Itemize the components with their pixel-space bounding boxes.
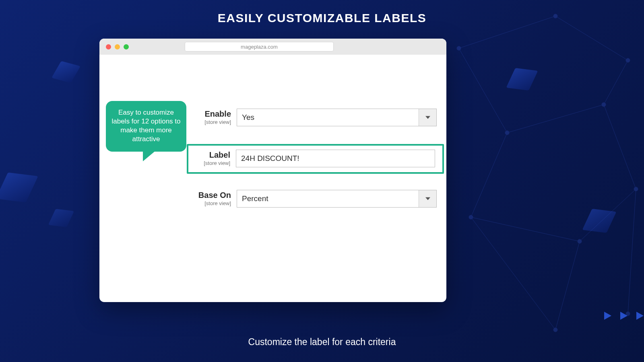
row-label: Label [store view] 24H DISCOUNT!: [187, 144, 444, 174]
baseon-scope: [store view]: [192, 200, 231, 206]
baseon-select-value: Percent: [237, 194, 419, 203]
settings-form: Enable [store view] Yes Label [store vie…: [190, 105, 444, 225]
svg-line-3: [507, 105, 604, 133]
svg-line-11: [628, 189, 636, 314]
svg-point-15: [505, 131, 509, 135]
enable-scope: [store view]: [192, 119, 231, 125]
svg-line-5: [471, 133, 507, 217]
enable-select-value: Yes: [237, 113, 419, 122]
svg-point-14: [626, 58, 630, 62]
svg-point-16: [602, 103, 606, 107]
enable-label: Enable: [192, 109, 231, 119]
baseon-select[interactable]: Percent: [237, 190, 437, 208]
label-scope: [store view]: [192, 160, 230, 166]
row-base-on: Base On [store view] Percent: [190, 187, 444, 211]
label-label: Label: [192, 150, 230, 160]
svg-point-17: [469, 215, 473, 219]
svg-line-10: [471, 217, 555, 330]
chevron-down-icon: [419, 190, 436, 207]
chevron-down-icon: [419, 109, 436, 126]
label-input[interactable]: 24H DISCOUNT!: [236, 150, 435, 167]
svg-point-21: [626, 312, 630, 316]
browser-chrome-bar: mageplaza.com: [99, 39, 446, 55]
close-icon[interactable]: [106, 44, 111, 49]
svg-line-8: [604, 105, 636, 189]
svg-line-6: [471, 217, 580, 241]
svg-line-9: [555, 241, 580, 330]
svg-point-19: [634, 187, 638, 191]
maximize-icon[interactable]: [124, 44, 129, 49]
label-input-value: 24H DISCOUNT!: [241, 154, 299, 163]
svg-line-7: [580, 189, 636, 241]
svg-point-12: [457, 46, 461, 50]
browser-window: mageplaza.com Easy to customize labels f…: [99, 39, 446, 302]
network-lines-icon: [435, 0, 644, 362]
address-bar[interactable]: mageplaza.com: [185, 42, 334, 51]
page-title: EASILY CUSTOMIZABLE LABELS: [0, 0, 644, 25]
enable-select[interactable]: Yes: [237, 109, 437, 126]
svg-line-4: [604, 60, 628, 105]
callout-text: Easy to customize labels for 12 options …: [111, 109, 180, 143]
svg-point-18: [578, 239, 582, 243]
baseon-label: Base On: [192, 191, 231, 200]
callout-bubble: Easy to customize labels for 12 options …: [106, 101, 186, 152]
page-subtitle: Customize the label for each criteria: [0, 337, 644, 348]
svg-point-20: [553, 328, 557, 332]
row-enable: Enable [store view] Yes: [190, 105, 444, 130]
svg-line-2: [459, 48, 507, 133]
minimize-icon[interactable]: [115, 44, 120, 49]
